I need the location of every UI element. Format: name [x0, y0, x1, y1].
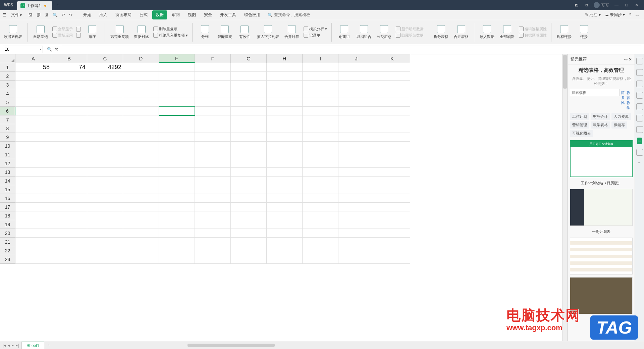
- cell-B11[interactable]: [51, 150, 87, 159]
- cell-H4[interactable]: [267, 89, 303, 98]
- cell-F15[interactable]: [195, 185, 231, 194]
- cell-D5[interactable]: [123, 98, 159, 107]
- cell-D13[interactable]: [123, 168, 159, 177]
- tag-finance[interactable]: 财务会计: [591, 113, 610, 120]
- cell-F2[interactable]: [195, 72, 231, 81]
- cell-A22[interactable]: [15, 246, 51, 255]
- cell-D2[interactable]: [123, 72, 159, 81]
- cell-F5[interactable]: [195, 98, 231, 107]
- tag-teaching[interactable]: 教学表格: [591, 121, 610, 129]
- cell-G4[interactable]: [231, 89, 267, 98]
- cell-C4[interactable]: [87, 89, 123, 98]
- sheet-nav-prev-icon[interactable]: ◂: [8, 343, 10, 348]
- cell-B20[interactable]: [51, 229, 87, 238]
- cell-C2[interactable]: [87, 72, 123, 81]
- cell-E9[interactable]: [159, 133, 195, 142]
- pivot-table-button[interactable]: 数据透视表: [3, 25, 23, 39]
- cell-J1[interactable]: [338, 63, 374, 72]
- row-header-3[interactable]: 3: [0, 81, 15, 89]
- cell-D4[interactable]: [123, 89, 159, 98]
- cancel-formula-icon[interactable]: 🔍: [47, 47, 52, 52]
- cell-H12[interactable]: [267, 159, 303, 168]
- cell-K16[interactable]: [374, 194, 410, 203]
- cell-I21[interactable]: [303, 238, 338, 246]
- cell-I14[interactable]: [303, 177, 338, 185]
- row-header-4[interactable]: 4: [0, 89, 15, 98]
- cell-K14[interactable]: [374, 177, 410, 185]
- tag-hr[interactable]: 人力资源: [611, 113, 631, 120]
- remove-dup-button[interactable]: 删除重复项: [153, 27, 188, 32]
- cell-J12[interactable]: [338, 159, 374, 168]
- cell-G5[interactable]: [231, 98, 267, 107]
- formula-input[interactable]: [62, 46, 641, 53]
- cell-A14[interactable]: [15, 177, 51, 185]
- cell-J22[interactable]: [338, 246, 374, 255]
- cell-K4[interactable]: [374, 89, 410, 98]
- cell-G6[interactable]: [231, 107, 267, 115]
- row-header-11[interactable]: 11: [0, 150, 15, 159]
- cell-B5[interactable]: [51, 98, 87, 107]
- cell-H15[interactable]: [267, 185, 303, 194]
- cell-B8[interactable]: [51, 124, 87, 133]
- cell-B14[interactable]: [51, 177, 87, 185]
- col-header-F[interactable]: F: [195, 54, 231, 63]
- cell-I20[interactable]: [303, 229, 338, 238]
- cell-E2[interactable]: [159, 72, 195, 81]
- cell-G20[interactable]: [231, 229, 267, 238]
- row-header-9[interactable]: 9: [0, 133, 15, 142]
- cell-A23[interactable]: [15, 255, 51, 264]
- cell-K9[interactable]: [374, 133, 410, 142]
- cell-J21[interactable]: [338, 238, 374, 246]
- cell-E19[interactable]: [159, 220, 195, 229]
- cell-K15[interactable]: [374, 185, 410, 194]
- cell-F11[interactable]: [195, 150, 231, 159]
- cell-K21[interactable]: [374, 238, 410, 246]
- template-thumb-2[interactable]: [570, 189, 633, 226]
- sort-asc-icon[interactable]: [76, 27, 81, 32]
- cell-E6[interactable]: [159, 107, 195, 115]
- cell-G13[interactable]: [231, 168, 267, 177]
- cell-K19[interactable]: [374, 220, 410, 229]
- cell-F1[interactable]: [195, 63, 231, 72]
- cell-H13[interactable]: [267, 168, 303, 177]
- redo-icon[interactable]: ↷: [69, 13, 72, 17]
- cell-J20[interactable]: [338, 229, 374, 238]
- minimize-button[interactable]: —: [614, 3, 619, 7]
- cell-G22[interactable]: [231, 246, 267, 255]
- subtotal-button[interactable]: 分类汇总: [376, 25, 392, 39]
- cell-H9[interactable]: [267, 133, 303, 142]
- tag-workplan[interactable]: 工作计划: [570, 113, 589, 120]
- ribbon-tab-data[interactable]: 数据: [152, 10, 167, 19]
- cell-H19[interactable]: [267, 220, 303, 229]
- help-icon[interactable]: ?: [629, 13, 631, 17]
- cell-A11[interactable]: [15, 150, 51, 159]
- col-header-J[interactable]: J: [338, 54, 374, 63]
- refresh-all-button[interactable]: 全部刷新: [499, 25, 516, 39]
- cell-E4[interactable]: [159, 89, 195, 98]
- save-as-icon[interactable]: 🗐: [37, 13, 41, 17]
- row-header-6[interactable]: 6: [0, 107, 15, 115]
- undo-icon[interactable]: ↶: [62, 13, 65, 17]
- import-data-button[interactable]: 导入数据: [479, 25, 495, 39]
- save-icon[interactable]: 🖫: [29, 13, 33, 17]
- command-search[interactable]: 🔍 查找命令、搜索模板: [268, 12, 310, 18]
- cell-J2[interactable]: [338, 72, 374, 81]
- cell-E18[interactable]: [159, 211, 195, 220]
- cell-G12[interactable]: [231, 159, 267, 168]
- add-sheet-button[interactable]: +: [44, 343, 53, 348]
- cell-A7[interactable]: [15, 115, 51, 124]
- cell-K11[interactable]: [374, 150, 410, 159]
- sim-analysis-button[interactable]: 模拟分析 ▾: [304, 27, 327, 32]
- cell-A8[interactable]: [15, 124, 51, 133]
- cell-J10[interactable]: [338, 142, 374, 150]
- cell-K3[interactable]: [374, 81, 410, 89]
- cell-I5[interactable]: [303, 98, 338, 107]
- help-tool-icon[interactable]: [636, 149, 643, 156]
- cell-A19[interactable]: [15, 220, 51, 229]
- cell-C8[interactable]: [87, 124, 123, 133]
- cell-C12[interactable]: [87, 159, 123, 168]
- cell-K13[interactable]: [374, 168, 410, 177]
- row-header-1[interactable]: 1: [0, 63, 15, 72]
- cell-I2[interactable]: [303, 72, 338, 81]
- cell-G1[interactable]: [231, 63, 267, 72]
